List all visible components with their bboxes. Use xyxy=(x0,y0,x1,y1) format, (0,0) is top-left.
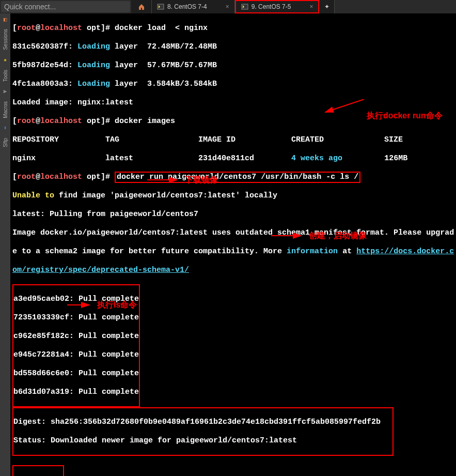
terminal-icon xyxy=(241,3,248,10)
new-tab-button[interactable]: ✦ xyxy=(319,0,335,13)
close-icon[interactable]: × xyxy=(309,3,313,10)
sidebar-sessions[interactable]: Sessions xyxy=(3,25,8,54)
sidebar-macros[interactable]: Macros xyxy=(3,97,8,122)
cmd-docker-images: docker images xyxy=(115,117,175,126)
cmd-docker-load: docker load < nginx xyxy=(115,24,208,33)
svg-rect-1 xyxy=(242,4,248,9)
tab-centos-7-5[interactable]: 9. CentOS 7-5 × xyxy=(235,0,320,13)
close-icon[interactable]: × xyxy=(226,3,229,10)
annotation-arrow-4 xyxy=(67,302,96,308)
sessions-icon[interactable]: ◧ xyxy=(2,16,9,23)
annotation-arrow-2 xyxy=(147,177,183,183)
quick-connect-input[interactable]: Quick connect... xyxy=(1,1,130,12)
tab-centos-7-4[interactable]: 8. CentOS 7-4 × xyxy=(152,0,235,13)
macros-icon[interactable]: ▶ xyxy=(2,88,9,95)
svg-rect-0 xyxy=(158,4,164,9)
tab-label: 8. CentOS 7-4 xyxy=(167,3,207,10)
terminal-icon xyxy=(157,3,164,10)
top-bar: Quick connect... 8. CentOS 7-4 × 9. Cent… xyxy=(0,0,456,13)
tab-label: 9. CentOS 7-5 xyxy=(251,3,291,10)
home-icon xyxy=(138,3,145,10)
highlighted-ls-output: bin boot dev etc home lib lib64 lost+fou… xyxy=(12,465,64,476)
annotation-arrow-3 xyxy=(271,233,307,239)
sidebar-tools[interactable]: Tools xyxy=(3,66,8,86)
sftp-icon[interactable]: ⬍ xyxy=(2,125,9,132)
images-header: REPOSITORY TAG IMAGE ID CREATED SIZE xyxy=(12,135,454,145)
annotation-arrow-1 xyxy=(320,99,367,115)
plus-icon: ✦ xyxy=(324,3,329,10)
side-toolbar: ◧ Sessions ★ Tools ▶ Macros ⬍ Sftp xyxy=(0,13,10,476)
annotation-4: 执行ls命令 xyxy=(97,300,137,311)
highlighted-digest-block: Digest: sha256:356b32d72680f0b9e0489af16… xyxy=(12,407,394,456)
star-icon[interactable]: ★ xyxy=(2,56,9,64)
annotation-1: 执行docker run命令 xyxy=(367,111,443,121)
sidebar-sftp[interactable]: Sftp xyxy=(3,134,8,151)
home-tab[interactable] xyxy=(131,0,152,13)
annotation-3: 创建，启动镜像 xyxy=(309,231,367,241)
images-row: nginx latest 231d40e811cd 4 weeks ago 12… xyxy=(12,154,454,163)
tab-bar: 8. CentOS 7-4 × 9. CentOS 7-5 × ✦ xyxy=(131,0,456,13)
annotation-2: 下载镜像 xyxy=(185,175,218,186)
svg-line-2 xyxy=(325,99,364,112)
terminal-output[interactable]: [root@localhost opt]# docker load < ngin… xyxy=(10,13,456,476)
